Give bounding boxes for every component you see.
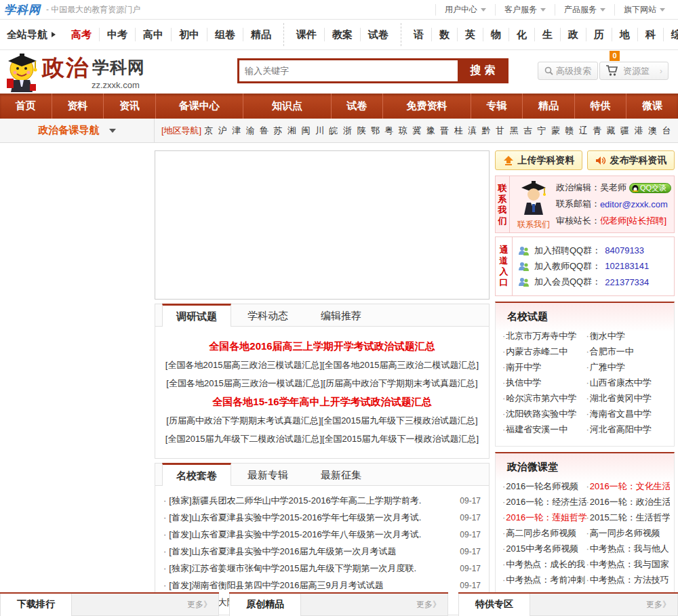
region-item-浙[interactable]: 浙 — [343, 125, 352, 137]
nav-item-物[interactable]: 物 — [483, 28, 509, 41]
region-item-吉[interactable]: 吉 — [523, 125, 532, 137]
region-item-澳[interactable]: 澳 — [648, 125, 657, 137]
more-link[interactable]: 更多》 — [646, 599, 677, 611]
region-item-豫[interactable]: 豫 — [426, 125, 435, 137]
nav-item-课件[interactable]: 课件 — [289, 28, 325, 41]
region-item-甘[interactable]: 甘 — [496, 125, 504, 137]
school-link[interactable]: ·海南省文昌中学 — [586, 408, 671, 420]
region-item-皖[interactable]: 皖 — [329, 125, 338, 137]
nav-item-综合[interactable]: 综合 — [664, 28, 678, 41]
research-link[interactable]: [全国2015届九年级下二模政治试题汇总] — [165, 434, 322, 444]
nav-item-组卷[interactable]: 组卷 — [207, 28, 243, 41]
micro-link[interactable]: ·中考热点：方法技巧 — [586, 574, 671, 586]
region-item-藏[interactable]: 藏 — [607, 125, 616, 137]
nav-item-中考[interactable]: 中考 — [100, 28, 136, 41]
region-item-晋[interactable]: 晋 — [440, 125, 449, 137]
brand[interactable]: 政治 学科网 — [42, 56, 145, 80]
region-item-宁[interactable]: 宁 — [537, 125, 546, 137]
red-nav-item-资讯[interactable]: 资讯 — [104, 94, 156, 119]
school-link[interactable]: ·河北省高阳中学 — [586, 424, 671, 436]
region-item-川[interactable]: 川 — [315, 125, 324, 137]
region-item-闽[interactable]: 闽 — [302, 125, 311, 137]
paper-title-link[interactable]: [首发]山东省夏津县实验中学2016届九年级第一次月考试题 — [169, 546, 454, 558]
nav-item-高考[interactable]: 高考 — [64, 28, 100, 41]
region-item-京[interactable]: 京 — [204, 125, 213, 137]
qq-group-number[interactable]: 84079133 — [605, 245, 644, 255]
micro-link[interactable]: ·2016一轮：莲姐哲学 — [502, 512, 586, 524]
school-link[interactable]: ·南开中学 — [502, 361, 586, 373]
school-link[interactable]: ·湖北省黄冈中学 — [586, 392, 671, 405]
papers-tab-最新专辑[interactable]: 最新专辑 — [231, 464, 304, 485]
research-headline-link[interactable]: 全国各地2016届高三上学期开学考试政治试题汇总 — [162, 340, 482, 353]
red-nav-item-资料[interactable]: 资料 — [52, 94, 104, 119]
micro-link[interactable]: ·2015中考名师视频 — [502, 543, 586, 555]
micro-link[interactable]: ·2016一轮：经济生活 — [502, 496, 586, 508]
micro-link[interactable]: ·中考热点：考前冲刺 — [502, 574, 586, 586]
region-item-鲁[interactable]: 鲁 — [260, 125, 268, 137]
school-link[interactable]: ·沈阳铁路实验中学 — [502, 408, 586, 420]
micro-link[interactable]: ·2015二轮：生活哲学 — [586, 512, 671, 524]
top-menu-1[interactable]: 客户服务 — [495, 4, 555, 16]
school-link[interactable]: ·内蒙古赤峰二中 — [502, 346, 586, 358]
contact-us-link[interactable]: 联系我们 — [513, 219, 555, 230]
region-item-滇[interactable]: 滇 — [468, 125, 477, 137]
nav-item-化[interactable]: 化 — [509, 28, 535, 41]
bottom-tab-原创精品[interactable]: 原创精品 — [230, 594, 301, 616]
research-link[interactable]: [历届高中政治下学期期末考试真题汇总] — [323, 378, 477, 388]
paper-title-link[interactable]: [独家]新疆兵团农二师华山中学2015-2016学年高二上学期学前考. — [169, 495, 454, 507]
bottom-tab-下载排行[interactable]: 下载排行 — [1, 594, 72, 616]
micro-link[interactable]: ·中考热点：我与他人 — [586, 543, 671, 555]
paper-title-link[interactable]: [首发]山东省夏津县实验中学2015-2016学年七年级第一次月考试. — [169, 512, 454, 524]
recruit-link[interactable]: [站长招聘] — [626, 215, 666, 227]
auditor-name[interactable]: 倪老师 — [600, 215, 626, 227]
region-item-陕[interactable]: 陕 — [357, 125, 365, 137]
micro-link[interactable]: ·中考热点：成长的我 — [502, 558, 586, 571]
papers-tab-名校套卷[interactable]: 名校套卷 — [162, 463, 231, 486]
region-item-蒙[interactable]: 蒙 — [551, 125, 560, 137]
resource-basket-button[interactable]: 0 资源篮 › — [599, 62, 669, 80]
publish-news-button[interactable]: 发布学科资讯 — [587, 150, 675, 170]
top-menu-3[interactable]: 旗下网站 — [614, 4, 674, 16]
region-item-台[interactable]: 台 — [662, 125, 671, 137]
qq-group-number[interactable]: 221377334 — [605, 277, 649, 287]
research-link[interactable]: [全国2015届九年级下三模政治试题汇总] — [321, 415, 478, 426]
nav-item-生[interactable]: 生 — [535, 28, 561, 41]
papers-tab-最新征集[interactable]: 最新征集 — [304, 464, 378, 485]
research-link[interactable]: [全国2015届九年级下一模政治试题汇总] — [322, 434, 479, 444]
more-link[interactable]: 更多》 — [416, 599, 447, 611]
nav-item-英[interactable]: 英 — [458, 28, 483, 41]
region-item-黑[interactable]: 黑 — [510, 125, 519, 137]
nav-item-地[interactable]: 地 — [612, 28, 638, 41]
region-item-黔[interactable]: 黔 — [482, 125, 491, 137]
research-tab-调研试题[interactable]: 调研试题 — [162, 304, 231, 327]
school-link[interactable]: ·哈尔滨市第六中学 — [502, 392, 586, 405]
paper-title-link[interactable]: [首发]山东省夏津县实验中学2015-2016学年八年级第一次月考试. — [169, 529, 454, 541]
region-item-津[interactable]: 津 — [232, 125, 241, 137]
nav-item-科[interactable]: 科 — [638, 28, 664, 41]
region-item-湘[interactable]: 湘 — [287, 125, 296, 137]
nav-item-教案[interactable]: 教案 — [325, 28, 361, 41]
research-tab-学科动态[interactable]: 学科动态 — [231, 304, 304, 326]
more-link[interactable]: 更多》 — [187, 599, 218, 611]
paper-title-link[interactable]: [首发]湖南省衡阳县第四中学2016届高三9月月考试试题 — [169, 579, 454, 592]
prep-nav-dropdown[interactable]: 政治备课导航 — [0, 119, 155, 142]
region-item-冀[interactable]: 冀 — [412, 125, 421, 137]
research-link[interactable]: [全国各地2015届高三政治二模试题汇总] — [322, 360, 479, 370]
brand-url[interactable]: zz.zxxk.com — [92, 80, 140, 90]
nav-item-精品[interactable]: 精品 — [243, 28, 279, 41]
region-item-苏[interactable]: 苏 — [274, 125, 283, 137]
micro-link[interactable]: ·2016一轮：文化生活 — [586, 480, 671, 493]
qq-chat-button[interactable]: QQ交谈 — [629, 183, 671, 193]
school-link[interactable]: ·执信中学 — [502, 377, 586, 389]
research-link[interactable]: [全国各地2015届高三政治一模试题汇总] — [166, 378, 323, 388]
school-link[interactable]: ·山西省康杰中学 — [586, 377, 671, 389]
region-item-粤[interactable]: 粤 — [384, 125, 393, 137]
micro-link[interactable]: ·中考热点：我与国家 — [586, 558, 671, 571]
region-item-桂[interactable]: 桂 — [454, 125, 463, 137]
school-link[interactable]: ·北京市万寿寺中学 — [502, 330, 586, 342]
region-item-港[interactable]: 港 — [635, 125, 643, 137]
nav-item-历[interactable]: 历 — [586, 28, 612, 41]
all-site-nav-button[interactable]: 全站导航 — [0, 28, 64, 41]
nav-item-试卷[interactable]: 试卷 — [361, 28, 396, 41]
red-nav-item-免费资料[interactable]: 免费资料 — [383, 94, 471, 119]
